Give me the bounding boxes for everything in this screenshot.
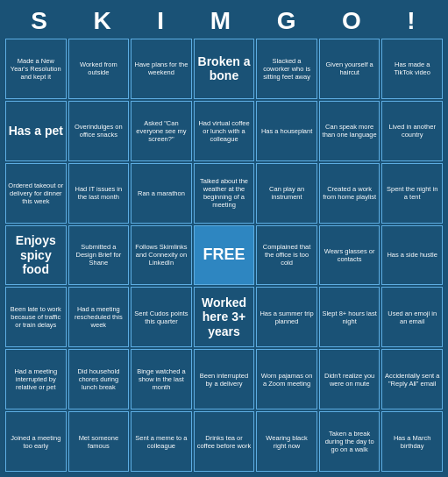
bingo-cell-26[interactable]: Wears glasses or contacts (319, 225, 380, 286)
bingo-cell-1[interactable]: Worked from outside (68, 39, 130, 99)
bingo-cell-32[interactable]: Has a summer trip planned (256, 287, 317, 347)
bingo-cell-33[interactable]: Slept 8+ hours last night (319, 287, 380, 347)
bingo-cell-40[interactable]: Didn't realize you were on mute (319, 349, 380, 409)
bingo-cell-41[interactable]: Accidentally sent a "Reply All" email (381, 349, 443, 409)
bingo-cell-10[interactable]: Had virtual coffee or lunch with a colle… (194, 101, 255, 161)
title-o: O (342, 7, 363, 35)
bingo-cell-14[interactable]: Ordered takeout or delivery for dinner t… (5, 163, 67, 224)
bingo-cell-12[interactable]: Can speak more than one language (319, 101, 380, 161)
bingo-cell-37[interactable]: Binge watched a show in the last month (131, 349, 192, 409)
title-i: I (157, 7, 166, 35)
bingo-cell-19[interactable]: Created a work from home playlist (319, 163, 380, 224)
bingo-cell-34[interactable]: Used an emoji in an email (381, 287, 443, 347)
title-s: S (31, 7, 49, 35)
bingo-cell-44[interactable]: Sent a meme to a colleague (131, 411, 192, 472)
bingo-cell-35[interactable]: Had a meeting interrupted by relative or… (5, 349, 67, 409)
bingo-cell-47[interactable]: Taken a break during the day to go on a … (319, 411, 380, 472)
bingo-cell-42[interactable]: Joined a meeting too early (5, 411, 67, 472)
bingo-cell-31[interactable]: Worked here 3+ years (194, 287, 255, 347)
bingo-cell-25[interactable]: Complained that the office is too cold (256, 225, 317, 286)
bingo-cell-30[interactable]: Sent Cudos points this quarter (131, 287, 192, 347)
bingo-cell-43[interactable]: Met someone famous (68, 411, 130, 472)
bingo-cell-6[interactable]: Has made a TikTok video (381, 39, 443, 99)
bingo-cell-22[interactable]: Submitted a Design Brief for Shane (68, 225, 130, 286)
bingo-cell-11[interactable]: Has a houseplant (256, 101, 317, 161)
title-k: K (94, 7, 113, 35)
bingo-cell-5[interactable]: Given yourself a haircut (319, 39, 380, 99)
bingo-cell-21[interactable]: Enjoys spicy food (5, 225, 67, 286)
bingo-cell-8[interactable]: Overindulges on office snacks (68, 101, 130, 161)
bingo-cell-4[interactable]: Slacked a coworker who is sitting feet a… (256, 39, 317, 99)
bingo-grid: Made a New Year's Resolution and kept it… (5, 39, 443, 472)
bingo-cell-28[interactable]: Been late to work because of traffic or … (5, 287, 67, 347)
title-g: G (277, 7, 298, 35)
bingo-cell-2[interactable]: Have plans for the weekend (131, 39, 192, 99)
bingo-cell-39[interactable]: Worn pajamas on a Zoom meeting (256, 349, 317, 409)
bingo-cell-15[interactable]: Had IT issues in the last month (68, 163, 130, 224)
bingo-cell-23[interactable]: Follows Skimlinks and Connexity on Linke… (131, 225, 192, 286)
bingo-cell-24[interactable]: FREE (194, 225, 255, 286)
bingo-cell-38[interactable]: Been interrupted by a delivery (194, 349, 255, 409)
bingo-cell-20[interactable]: Spent the night in a tent (381, 163, 443, 224)
bingo-cell-17[interactable]: Talked about the weather at the beginnin… (194, 163, 255, 224)
bingo-cell-13[interactable]: Lived in another country (381, 101, 443, 161)
bingo-cell-7[interactable]: Has a pet (5, 101, 67, 161)
title-m: M (210, 7, 232, 35)
bingo-cell-0[interactable]: Made a New Year's Resolution and kept it (5, 39, 67, 99)
bingo-cell-29[interactable]: Had a meeting rescheduled this week (68, 287, 130, 347)
bingo-cell-36[interactable]: Did household chores during lunch break (68, 349, 130, 409)
bingo-cell-9[interactable]: Asked "Can everyone see my screen?" (131, 101, 192, 161)
bingo-cell-16[interactable]: Ran a marathon (131, 163, 192, 224)
bingo-cell-27[interactable]: Has a side hustle (381, 225, 443, 286)
bingo-cell-3[interactable]: Broken a bone (194, 39, 255, 99)
bingo-cell-18[interactable]: Can play an instrument (256, 163, 317, 224)
bingo-cell-46[interactable]: Wearing black right now (256, 411, 317, 472)
bingo-cell-45[interactable]: Drinks tea or coffee before work (194, 411, 255, 472)
bingo-cell-48[interactable]: Has a March birthday (381, 411, 443, 472)
title-exclaim: ! (407, 7, 416, 35)
bingo-title: S K I M G O ! (5, 5, 443, 39)
